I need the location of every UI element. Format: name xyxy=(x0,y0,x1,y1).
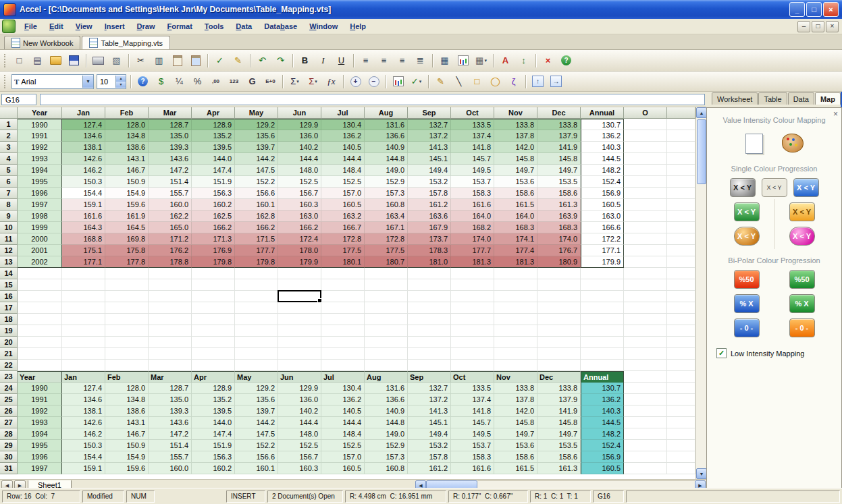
cell[interactable] xyxy=(278,337,321,348)
cell[interactable]: 134.8 xyxy=(105,394,149,405)
help-icon[interactable]: ? xyxy=(557,52,575,69)
row-header[interactable]: 12 xyxy=(0,245,18,256)
cell[interactable]: 175.8 xyxy=(105,245,149,256)
menu-view[interactable]: View xyxy=(70,20,99,32)
cell[interactable]: 156.6 xyxy=(235,188,278,199)
cell[interactable]: 160.1 xyxy=(235,199,278,211)
cell[interactable] xyxy=(624,417,667,428)
cell[interactable]: 139.3 xyxy=(149,405,192,417)
scroll-up-icon[interactable]: ▲ xyxy=(696,107,707,118)
cell[interactable]: 179.9 xyxy=(278,256,321,268)
cell[interactable]: 176.9 xyxy=(192,245,235,256)
cell[interactable]: 135.0 xyxy=(149,394,192,405)
cell[interactable] xyxy=(581,314,624,325)
cell[interactable] xyxy=(537,268,581,279)
cell[interactable]: 136.6 xyxy=(365,394,408,405)
cell[interactable] xyxy=(494,360,537,371)
cell[interactable]: 138.6 xyxy=(105,142,149,153)
cell[interactable] xyxy=(149,302,192,314)
cell[interactable] xyxy=(18,314,62,325)
arrow-up-icon[interactable]: ↑ xyxy=(529,73,547,90)
freeform-icon[interactable]: ζ xyxy=(504,73,523,90)
cell[interactable]: 158.3 xyxy=(451,451,494,463)
cell[interactable]: 160.0 xyxy=(149,463,192,474)
panel-tab-table[interactable]: Table xyxy=(758,92,787,105)
cell[interactable] xyxy=(365,268,408,279)
row-header[interactable]: 10 xyxy=(0,222,18,233)
cell[interactable]: 145.8 xyxy=(537,417,581,428)
cell[interactable] xyxy=(321,325,365,337)
delete-icon[interactable]: × xyxy=(539,52,557,69)
cell[interactable] xyxy=(451,314,494,325)
cell[interactable] xyxy=(667,360,695,371)
cell[interactable]: 158.3 xyxy=(451,188,494,199)
mdi-minimize-button[interactable]: – xyxy=(797,21,810,32)
cell[interactable]: 156.9 xyxy=(581,188,624,199)
cell[interactable]: 150.3 xyxy=(62,176,105,188)
cell[interactable]: 160.5 xyxy=(581,463,624,474)
cell[interactable] xyxy=(149,360,192,371)
cell[interactable] xyxy=(235,348,278,360)
cell[interactable] xyxy=(62,360,105,371)
row-header[interactable]: 11 xyxy=(0,233,18,245)
cell[interactable]: 178.3 xyxy=(408,245,451,256)
cell[interactable] xyxy=(18,348,62,360)
font-color-icon[interactable]: A xyxy=(496,52,515,69)
cell[interactable] xyxy=(624,165,667,176)
cell[interactable] xyxy=(624,360,667,371)
bipolar-50-green-button[interactable]: %50 xyxy=(789,270,815,289)
cell[interactable] xyxy=(408,314,451,325)
cell[interactable] xyxy=(408,337,451,348)
cell[interactable] xyxy=(278,302,321,314)
cell[interactable] xyxy=(62,325,105,337)
chevron-down-icon[interactable]: ▾ xyxy=(484,58,487,63)
cell[interactable]: 154.4 xyxy=(62,188,105,199)
cell[interactable]: 142.0 xyxy=(494,405,537,417)
cell[interactable] xyxy=(321,279,365,291)
cell[interactable] xyxy=(667,233,695,245)
cell[interactable] xyxy=(235,279,278,291)
cell[interactable]: 133.8 xyxy=(494,119,537,130)
cell[interactable]: 149.7 xyxy=(537,428,581,440)
cell[interactable]: 166.2 xyxy=(278,222,321,233)
panel-tab-map[interactable]: Map xyxy=(815,92,841,105)
cell[interactable]: 154.9 xyxy=(105,188,149,199)
panel-tab-worksheet[interactable]: Worksheet xyxy=(712,92,758,105)
cell[interactable] xyxy=(624,428,667,440)
cell[interactable]: 160.3 xyxy=(278,463,321,474)
cell[interactable]: 156.6 xyxy=(235,451,278,463)
cell[interactable]: 130.4 xyxy=(321,383,365,394)
chevron-down-icon[interactable]: ▾ xyxy=(82,76,93,88)
cell[interactable]: 149.4 xyxy=(408,165,451,176)
map-document-icon[interactable] xyxy=(745,134,763,154)
cell[interactable]: 160.5 xyxy=(321,463,365,474)
cell[interactable] xyxy=(408,360,451,371)
cell[interactable]: 1998 xyxy=(18,211,62,222)
cell[interactable]: Mar xyxy=(149,371,192,383)
cell[interactable]: 138.1 xyxy=(62,142,105,153)
cell[interactable]: 136.6 xyxy=(365,130,408,142)
cell[interactable]: 146.2 xyxy=(62,428,105,440)
cell[interactable]: 151.9 xyxy=(192,440,235,451)
cell[interactable]: 130.7 xyxy=(581,383,624,394)
cell[interactable]: 161.5 xyxy=(494,199,537,211)
cell[interactable]: 163.2 xyxy=(321,211,365,222)
cell[interactable] xyxy=(624,176,667,188)
cell[interactable]: 132.7 xyxy=(408,383,451,394)
cell[interactable]: 140.2 xyxy=(278,405,321,417)
percent-format-icon[interactable]: % xyxy=(188,73,207,90)
cell[interactable]: 140.3 xyxy=(581,405,624,417)
cell[interactable]: 141.9 xyxy=(537,405,581,417)
cell[interactable] xyxy=(624,371,667,383)
cell[interactable]: 161.5 xyxy=(494,463,537,474)
oval-icon[interactable]: ◯ xyxy=(486,73,504,90)
cell[interactable]: 134.6 xyxy=(62,394,105,405)
cell[interactable] xyxy=(192,291,235,302)
cell[interactable] xyxy=(624,440,667,451)
cell[interactable]: 149.4 xyxy=(408,428,451,440)
cell[interactable] xyxy=(494,325,537,337)
cell[interactable]: 149.5 xyxy=(451,428,494,440)
cell[interactable] xyxy=(624,268,667,279)
cell[interactable] xyxy=(278,268,321,279)
autosum-icon[interactable]: Σ▾ xyxy=(286,73,304,90)
